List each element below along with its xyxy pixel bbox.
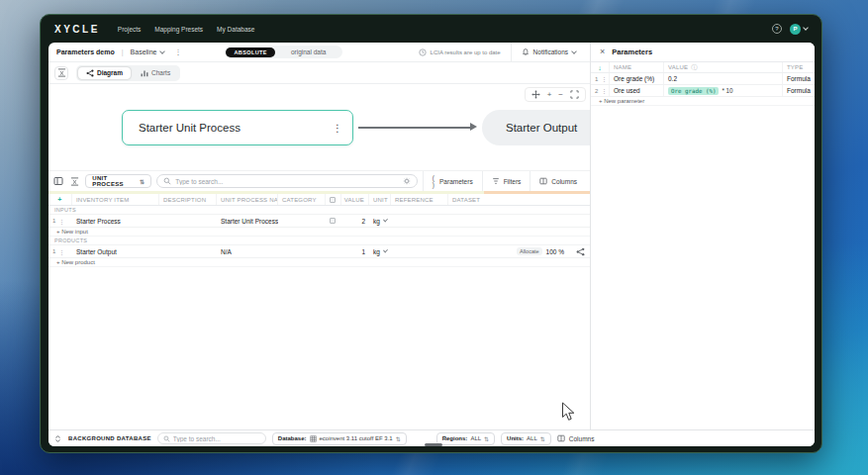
table-type-selector[interactable]: UNIT PROCESS ⇅: [85, 174, 151, 188]
row-number: 1: [52, 248, 55, 254]
unit-cell[interactable]: kg: [369, 215, 391, 227]
notifications-button[interactable]: Notifications: [511, 43, 582, 61]
add-row-icon[interactable]: +: [48, 194, 72, 205]
description-cell[interactable]: [159, 245, 217, 257]
table-row-product[interactable]: 1 ⋮ Starter Output N/A 1 kg Alloc: [48, 245, 590, 258]
fit-view-icon[interactable]: [570, 90, 579, 99]
col-unit[interactable]: UNIT: [369, 194, 391, 205]
output-node[interactable]: Starter Output: [482, 110, 591, 145]
diagram-canvas[interactable]: + − Starter Unit Process ⋮ Starter Outpu…: [48, 84, 590, 171]
diagram-icon: [86, 69, 94, 77]
col-inventory-item[interactable]: INVENTORY ITEM: [72, 194, 159, 205]
parameter-value[interactable]: Ore grade (%) * 10: [664, 85, 783, 96]
info-icon: ⓘ: [691, 63, 697, 72]
menu-projects[interactable]: Projects: [118, 26, 141, 33]
kebab-menu-icon[interactable]: ⋮: [601, 75, 607, 82]
collapse-panel-button[interactable]: [54, 66, 68, 80]
parameter-value[interactable]: 0.2: [664, 73, 783, 84]
columns-button[interactable]: Columns: [530, 171, 586, 191]
parameters-panel-header: × Parameters: [591, 43, 815, 62]
kebab-menu-icon[interactable]: ⋮: [174, 48, 181, 56]
flag-cell[interactable]: [326, 215, 341, 227]
category-cell[interactable]: [278, 245, 326, 257]
scenario-selector[interactable]: Baseline: [131, 48, 165, 55]
parameters-button[interactable]: ( ) Parameters: [423, 171, 482, 191]
col-description[interactable]: DESCRIPTION: [159, 194, 217, 205]
menu-mapping-presets[interactable]: Mapping Presets: [154, 26, 203, 33]
columns-button[interactable]: Columns: [557, 434, 599, 442]
col-value[interactable]: VALUE ⓘ: [664, 62, 783, 72]
kebab-menu-icon[interactable]: ⋮: [58, 248, 64, 255]
allocate-badge[interactable]: Allocate: [517, 247, 542, 255]
sort-down-icon[interactable]: ↓: [591, 62, 610, 72]
dataset-cell[interactable]: [448, 215, 590, 227]
avatar[interactable]: P: [790, 24, 801, 35]
mode-absolute[interactable]: ABSOLUTE: [226, 48, 274, 57]
menu-my-database[interactable]: My Database: [217, 26, 254, 33]
parameter-row[interactable]: 1 ⋮ Ore grade (%) 0.2 Formula: [591, 73, 815, 85]
unit-cell[interactable]: kg: [369, 245, 391, 257]
col-name[interactable]: NAME: [610, 62, 664, 72]
formula-chip[interactable]: Ore grade (%): [668, 87, 719, 95]
mode-toggle[interactable]: ABSOLUTE original data: [225, 46, 342, 58]
chevron-down-icon: [383, 217, 388, 222]
zoom-in-icon[interactable]: +: [547, 91, 552, 99]
value-cell[interactable]: 2: [341, 215, 369, 227]
col-type[interactable]: TYPE: [783, 62, 815, 72]
help-icon[interactable]: ?: [772, 24, 782, 34]
new-input-button[interactable]: + New input: [48, 228, 590, 237]
side-panel-icon[interactable]: [52, 175, 64, 188]
table-row-input[interactable]: 1 ⋮ Starter Process Starter Unit Process…: [48, 215, 590, 228]
flag-cell[interactable]: [326, 245, 341, 257]
parameter-name[interactable]: Ore grade (%): [610, 73, 664, 84]
background-database-search[interactable]: [157, 432, 266, 444]
reference-cell[interactable]: [391, 245, 448, 257]
user-menu[interactable]: P: [790, 24, 808, 35]
unit-process-name-cell[interactable]: Starter Unit Process: [217, 215, 278, 227]
filters-button[interactable]: Filters: [482, 171, 530, 191]
regions-selector[interactable]: Regions: ALL ⇅: [436, 432, 495, 445]
search-input[interactable]: [175, 178, 399, 185]
col-dataset[interactable]: DATASET: [448, 194, 590, 205]
unit-process-node[interactable]: Starter Unit Process ⋮: [122, 110, 353, 145]
horizontal-scrollbar[interactable]: [425, 443, 442, 446]
col-reference[interactable]: REFERENCE: [391, 194, 448, 205]
parameters-icon: ( ): [433, 174, 435, 188]
kebab-menu-icon[interactable]: ⋮: [333, 123, 342, 134]
database-selector[interactable]: Database: ecoinvent 3.11 cutoff EF 3.1 ⇅: [272, 432, 407, 445]
inventory-item-cell[interactable]: Starter Process: [72, 215, 159, 227]
zoom-out-icon[interactable]: −: [558, 91, 563, 99]
project-name[interactable]: Parameters demo: [56, 48, 115, 55]
col-category[interactable]: CATEGORY: [278, 194, 326, 205]
parameter-row[interactable]: 2 ⋮ Ore used Ore grade (%) * 10 Formula: [591, 85, 815, 97]
share-icon[interactable]: [576, 247, 585, 256]
value-cell[interactable]: 1: [341, 245, 369, 257]
pan-icon[interactable]: [531, 90, 540, 99]
kebab-menu-icon[interactable]: ⋮: [601, 87, 607, 94]
tab-diagram[interactable]: Diagram: [78, 67, 131, 79]
col-value[interactable]: VALUE: [341, 194, 369, 205]
tab-charts[interactable]: Charts: [133, 67, 178, 79]
search-input[interactable]: [173, 435, 260, 442]
reference-cell[interactable]: [391, 215, 448, 227]
kebab-menu-icon[interactable]: ⋮: [58, 218, 64, 225]
units-selector[interactable]: Units: ALL ⇅: [501, 432, 551, 445]
gear-icon[interactable]: [403, 177, 411, 185]
inventory-item-cell[interactable]: Starter Output: [72, 245, 159, 257]
new-product-button[interactable]: + New product: [48, 258, 590, 267]
mode-original-data[interactable]: original data: [275, 48, 341, 55]
parameter-name[interactable]: Ore used: [610, 85, 664, 96]
collapse-rows-icon[interactable]: [69, 175, 81, 188]
navbar-right: ? P: [772, 24, 808, 35]
unit-process-search[interactable]: [156, 174, 418, 188]
category-cell[interactable]: [278, 215, 326, 227]
description-cell[interactable]: [159, 215, 217, 227]
parameter-type[interactable]: Formula: [783, 85, 815, 96]
expand-panel-icon[interactable]: [53, 432, 62, 445]
unit-process-name-cell[interactable]: N/A: [217, 245, 278, 257]
new-parameter-button[interactable]: + New parameter: [591, 97, 815, 106]
dataset-cell[interactable]: Allocate 100 %: [448, 245, 590, 257]
col-unit-process-name[interactable]: UNIT PROCESS NA...: [217, 194, 278, 205]
parameter-type[interactable]: Formula: [783, 73, 815, 84]
close-icon[interactable]: ×: [600, 48, 605, 56]
